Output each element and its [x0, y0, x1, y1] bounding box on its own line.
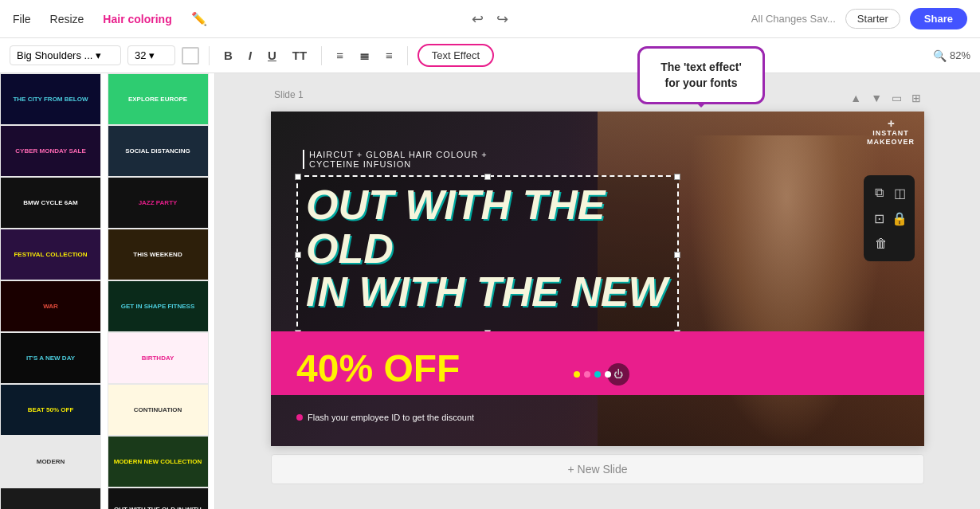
separator [407, 46, 408, 65]
chevron-down-icon: ▾ [149, 49, 155, 61]
context-menu: ⧉ ◫ ⊡ 🔒 🗑 [864, 175, 915, 261]
resize-handle-mr[interactable] [674, 252, 680, 258]
font-size-select[interactable]: 32 ▾ [127, 45, 175, 65]
template-item-label: CYBER MONDAY SALE [15, 147, 85, 155]
template-item[interactable]: JAZZ PARTY [108, 177, 209, 229]
dot-2 [584, 371, 590, 378]
font-family-select[interactable]: Big Shoulders ... ▾ [10, 45, 121, 65]
new-slide-button[interactable]: + New Slide [271, 454, 924, 484]
resize-handle-tl[interactable] [295, 174, 301, 180]
nav-right-area: All Changes Sav... Starter Share [751, 8, 967, 29]
slide-nav-up[interactable]: ▲ [847, 90, 864, 106]
font-color-picker[interactable] [182, 47, 199, 65]
template-sidebar: THE CITY FROM BELOWEXPLORE EUROPECYBER M… [0, 73, 215, 509]
resize-handle-tr[interactable] [674, 174, 680, 180]
save-status: All Changes Sav... [751, 13, 836, 25]
template-item-label: BEAT 50% OFF [28, 406, 74, 414]
tooltip-bubble: The 'text effect' for your fonts [637, 46, 765, 104]
template-item[interactable]: OUT WITH THE OLD IN WITH NEW✓ [108, 487, 209, 509]
template-item[interactable]: FESTIVAL COLLECTION [0, 229, 101, 280]
template-item-label: MODERN [37, 458, 65, 466]
headline-text-box[interactable]: OUT WITH THE OLD IN WITH THE NEW [296, 175, 679, 335]
bullet-list-button[interactable]: ≡ [381, 46, 398, 65]
chevron-down-icon: ▾ [96, 49, 101, 61]
template-item-label: BMW CYCLE 6AM [23, 199, 77, 207]
zoom-control[interactable]: 🔍 82% [933, 49, 970, 62]
template-item-label: CONTINUATION [134, 406, 182, 414]
template-item[interactable]: MODERN NEW COLLECTION [108, 436, 209, 487]
logo-text-line2: MAKEOVER [867, 138, 915, 147]
italic-button[interactable]: I [244, 46, 257, 65]
template-item[interactable]: IT'S A NEW DAY [0, 332, 101, 384]
template-item-label: JAZZ PARTY [139, 199, 178, 207]
template-item[interactable]: BEAT 50% OFF [0, 384, 101, 436]
template-item[interactable]: BMW CYCLE 6AM [0, 177, 101, 229]
separator [209, 46, 210, 65]
delete-button[interactable]: 🗑 [870, 233, 892, 255]
template-item[interactable]: GET IN SHAPE FITNESS [108, 280, 209, 332]
context-menu-row-2: ⊡ 🔒 [870, 207, 908, 229]
dot-4 [605, 371, 611, 378]
logo-icon: ✛ [867, 119, 915, 129]
dot-1 [574, 371, 580, 378]
haircut-subheading: HAIRCUT + GLOBAL HAIR COLOUR + CYCTEINE … [303, 150, 488, 169]
template-item[interactable]: FASHION MAKEOVER [0, 487, 101, 509]
canvas-area: Slide 1 ▲ ▼ ▭ ⊞ ✛ INSTANT MAKEOVER [215, 73, 980, 509]
template-item[interactable]: THIS WEEKEND [108, 229, 209, 280]
template-item[interactable]: CONTINUATION [108, 384, 209, 436]
flash-dot-icon [296, 414, 303, 421]
slide-canvas[interactable]: ✛ INSTANT MAKEOVER HAIRCUT + GLOBAL HAIR… [271, 112, 924, 446]
dot-3 [594, 371, 601, 378]
slide-nav-down[interactable]: ▼ [868, 90, 885, 106]
text-effect-button[interactable]: Text Effect [417, 44, 494, 67]
share-button[interactable]: Share [910, 8, 967, 29]
top-navigation: File Resize Hair coloring ✏️ ↩ ↪ All Cha… [0, 0, 980, 38]
discount-text[interactable]: 40% OFF [296, 347, 460, 390]
nav-file[interactable]: File [13, 13, 31, 25]
underline-button[interactable]: U [263, 46, 281, 65]
bold-button[interactable]: B [219, 46, 237, 65]
tt-button[interactable]: TT [288, 46, 312, 65]
starter-button[interactable]: Starter [845, 9, 900, 29]
nav-resize[interactable]: Resize [50, 13, 84, 25]
template-item-label: SOCIAL DISTANCING [125, 147, 190, 155]
logo-top-right: ✛ INSTANT MAKEOVER [867, 119, 915, 147]
layers-button[interactable]: ◫ [891, 182, 908, 204]
slide-view-single[interactable]: ▭ [888, 90, 905, 106]
align-button[interactable]: ≡ [331, 46, 348, 65]
template-item-label: WAR [43, 303, 58, 311]
template-item[interactable]: CYBER MONDAY SALE [0, 125, 101, 177]
resize-handle-tm[interactable] [484, 174, 491, 180]
headline-text: OUT WITH THE OLD IN WITH THE NEW [298, 177, 677, 320]
zoom-level: 82% [950, 49, 970, 61]
template-item-label: EXPLORE EUROPE [128, 96, 187, 104]
edit-icon[interactable]: ✏️ [191, 11, 207, 26]
template-item[interactable]: SOCIAL DISTANCING [108, 125, 209, 177]
template-item[interactable]: MODERN [0, 436, 101, 487]
decorative-dots [574, 371, 611, 378]
undo-button[interactable]: ↩ [472, 10, 484, 28]
context-menu-row-3: 🗑 [870, 233, 908, 255]
template-item[interactable]: BIRTHDAY [108, 332, 209, 384]
template-item-label: FESTIVAL COLLECTION [14, 251, 87, 259]
nav-title[interactable]: Hair coloring [103, 13, 171, 25]
template-item[interactable]: EXPLORE EUROPE [108, 73, 209, 125]
numbered-list-button[interactable]: ≣ [355, 46, 374, 65]
template-item-label: MODERN NEW COLLECTION [114, 458, 202, 466]
copy-button[interactable]: ⊡ [870, 207, 888, 229]
duplicate-button[interactable]: ⧉ [870, 182, 888, 204]
lock-button[interactable]: 🔒 [891, 207, 908, 229]
template-item-label: OUT WITH THE OLD IN WITH NEW [112, 506, 205, 509]
context-menu-row-1: ⧉ ◫ [870, 182, 908, 204]
template-grid: THE CITY FROM BELOWEXPLORE EUROPECYBER M… [0, 73, 214, 509]
template-item[interactable]: WAR [0, 280, 101, 332]
template-item[interactable]: THE CITY FROM BELOW [0, 73, 101, 125]
separator [321, 46, 322, 65]
slide-label: Slide 1 [274, 89, 304, 100]
resize-handle-ml[interactable] [295, 252, 301, 258]
slide-view-grid[interactable]: ⊞ [908, 90, 924, 106]
template-item-label: GET IN SHAPE FITNESS [121, 303, 194, 311]
flash-discount-text: Flash your employee ID to get the discou… [296, 413, 474, 422]
zoom-icon: 🔍 [933, 49, 947, 62]
redo-button[interactable]: ↪ [496, 10, 508, 28]
